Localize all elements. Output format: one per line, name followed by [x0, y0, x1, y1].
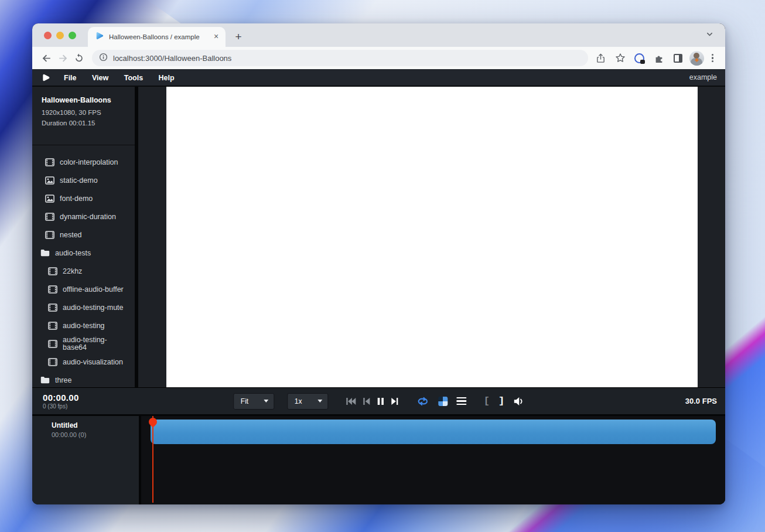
forward-icon[interactable]	[54, 50, 71, 66]
composition-list-item[interactable]: font-demo	[32, 189, 135, 207]
menu-item[interactable]: File	[57, 74, 83, 82]
next-frame-icon[interactable]	[391, 397, 398, 405]
remotion-logo-icon[interactable]	[42, 73, 50, 82]
playhead-line[interactable]	[152, 416, 153, 503]
composition-list-item[interactable]: color-interpolation	[32, 153, 135, 171]
browser-menu-icon[interactable]	[707, 54, 718, 63]
composition-label: audio-testing-mute	[63, 303, 124, 312]
side-panel-icon[interactable]	[670, 50, 687, 66]
composition-list-item[interactable]: audio-testing	[32, 316, 135, 335]
previous-frame-icon[interactable]	[363, 397, 370, 405]
address-bar[interactable]: localhost:3000/Halloween-Balloons	[92, 50, 588, 66]
tab-title: Halloween-Balloons / example	[109, 33, 207, 40]
chevron-down-icon	[317, 400, 322, 403]
folder-icon	[40, 376, 50, 384]
toolbar-right-icons	[593, 50, 719, 66]
composition-list-item[interactable]: audio-testing-base64	[32, 335, 135, 353]
time-display: 00:00.00 0 (30 fps)	[32, 393, 79, 410]
tab-strip: Halloween-Balloons / example × +	[32, 23, 725, 47]
film-icon	[48, 285, 57, 294]
share-icon[interactable]	[593, 50, 609, 66]
composition-list-item[interactable]: audio-testing-mute	[32, 298, 135, 316]
favicon-remotion-icon	[95, 31, 104, 43]
new-tab-button[interactable]: +	[230, 29, 247, 45]
film-icon	[48, 322, 57, 330]
track-name: Untitled	[52, 421, 139, 429]
menu-item[interactable]: Help	[152, 74, 181, 82]
composition-label: color-interpolation	[60, 158, 118, 166]
composition-list-item[interactable]: nested	[32, 226, 135, 244]
preview-panel	[138, 87, 725, 387]
loop-icon[interactable]	[416, 397, 429, 406]
timeline-canvas[interactable]	[141, 416, 725, 504]
film-icon	[45, 231, 54, 239]
film-icon	[48, 340, 57, 348]
canvas-size-dropdown[interactable]: Fit	[233, 393, 274, 410]
composition-resolution: 1920x1080, 30 FPS	[42, 107, 127, 118]
composition-label: 22khz	[63, 267, 82, 275]
controls-center: Fit 1x	[233, 388, 524, 414]
skip-to-start-icon[interactable]	[346, 397, 356, 405]
in-out-volume: [ ]	[484, 397, 524, 406]
browser-tab[interactable]: Halloween-Balloons / example ×	[88, 27, 226, 47]
browser-toolbar: localhost:3000/Halloween-Balloons	[32, 47, 725, 69]
menubar-right-label: example	[689, 73, 717, 81]
in-marker-bracket-icon[interactable]: [	[484, 397, 490, 406]
composition-label: dynamic-duration	[60, 213, 116, 221]
out-marker-bracket-icon[interactable]: ]	[498, 397, 504, 406]
compositions-sidebar: Halloween-Balloons 1920x1080, 30 FPS Dur…	[32, 87, 135, 387]
composition-list-item[interactable]: three	[32, 371, 135, 387]
film-icon	[45, 213, 54, 221]
timeline-track-header: Untitled 00:00.00 (0)	[32, 416, 139, 504]
view-toggles	[416, 397, 466, 406]
composition-label: static-demo	[60, 176, 98, 185]
playback-controls: 00:00.00 0 (30 fps) Fit 1x	[32, 387, 725, 416]
volume-icon[interactable]	[513, 397, 524, 406]
fps-counter: 30.0 FPS	[685, 397, 725, 405]
composition-label: audio-tests	[55, 249, 91, 257]
composition-label: audio-testing	[63, 322, 105, 330]
minimize-window-button[interactable]	[56, 32, 64, 39]
window-controls	[32, 32, 88, 39]
transparency-checkerboard-icon[interactable]	[438, 397, 448, 406]
profile-avatar[interactable]	[689, 51, 704, 66]
tab-search-chevron-icon[interactable]	[706, 30, 725, 40]
menu-item[interactable]: View	[86, 74, 115, 82]
reload-icon[interactable]	[71, 50, 87, 66]
image-icon	[45, 176, 54, 185]
composition-label: audio-testing-base64	[63, 336, 117, 352]
composition-list-item[interactable]: 22khz	[32, 262, 135, 280]
timeline-panel: Untitled 00:00.00 (0)	[32, 416, 725, 504]
back-icon[interactable]	[38, 50, 54, 66]
film-icon	[48, 303, 57, 312]
timeline-track-bar[interactable]	[151, 420, 716, 444]
site-info-icon[interactable]	[99, 53, 108, 64]
composition-list-item[interactable]: audio-visualization	[32, 353, 135, 371]
bookmark-star-icon[interactable]	[612, 50, 629, 66]
sequences-hamburger-icon[interactable]	[456, 397, 466, 405]
chevron-down-icon	[264, 400, 268, 403]
composition-list-item[interactable]: static-demo	[32, 171, 135, 189]
composition-label: nested	[60, 231, 82, 239]
pause-icon[interactable]	[377, 397, 384, 405]
close-window-button[interactable]	[44, 32, 52, 39]
composition-list-item[interactable]: offline-audio-buffer	[32, 280, 135, 298]
track-time: 00:00.00 (0)	[52, 431, 139, 438]
extensions-puzzle-icon[interactable]	[651, 50, 667, 66]
menu-item[interactable]: Tools	[118, 74, 149, 82]
url-text: localhost:3000/Halloween-Balloons	[113, 54, 231, 63]
film-icon	[45, 158, 54, 166]
image-icon	[45, 195, 54, 203]
composition-list: color-interpolation	[32, 145, 135, 387]
composition-label: font-demo	[60, 195, 93, 203]
tab-close-icon[interactable]: ×	[211, 32, 221, 42]
transport-controls	[346, 397, 398, 405]
composition-list-item[interactable]: audio-tests	[32, 244, 135, 262]
zoom-window-button[interactable]	[69, 32, 76, 39]
playback-speed-dropdown[interactable]: 1x	[287, 393, 328, 410]
privacy-extension-icon[interactable]	[631, 50, 648, 66]
app-menubar: File View Tools Help example	[32, 69, 725, 87]
composition-info: Halloween-Balloons 1920x1080, 30 FPS Dur…	[32, 87, 135, 145]
composition-list-item[interactable]: dynamic-duration	[32, 207, 135, 226]
composition-duration: Duration 00:01.15	[42, 118, 127, 128]
